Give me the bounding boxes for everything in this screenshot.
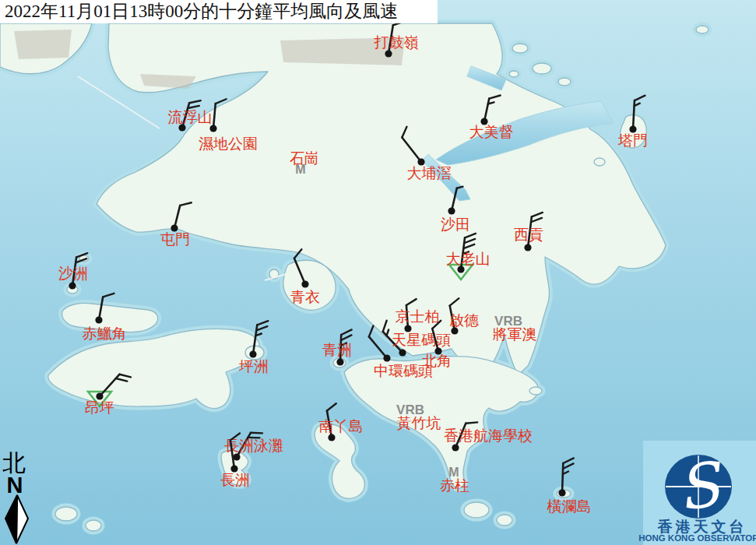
station-dot bbox=[399, 349, 406, 356]
station-dot bbox=[233, 453, 240, 460]
wind-barb-feather bbox=[251, 433, 262, 434]
station-dot bbox=[209, 125, 216, 132]
station-dot bbox=[452, 444, 459, 451]
station-label: 橫瀾島 bbox=[547, 498, 592, 515]
station-label: 屯門 bbox=[160, 230, 190, 248]
station-label: 大老山 bbox=[446, 250, 491, 267]
station-dot bbox=[69, 282, 76, 289]
station-label: 昂坪 bbox=[85, 399, 114, 416]
station-label: 香港航海學校 bbox=[444, 427, 533, 444]
north-letter: N bbox=[7, 473, 23, 498]
station-label: 天星碼頭 bbox=[392, 331, 451, 348]
station-label: 將軍澳 bbox=[493, 325, 537, 343]
station-label: 濕地公園 bbox=[199, 135, 258, 152]
station-label: 塔門 bbox=[617, 132, 648, 149]
hko-logo: S 香港天文台 HONG KONG OBSERVATORY bbox=[638, 441, 756, 545]
station-label: 赤鱲角 bbox=[83, 325, 127, 342]
station-dot bbox=[328, 434, 335, 441]
station-dot bbox=[95, 316, 102, 323]
wind-map-page: 打鼓嶺流浮山濕地公園M石崗大美督塔門大埔滘沙田西貢大老山屯門沙洲青衣赤鱲角坪洲青… bbox=[0, 0, 756, 545]
station-label: 長洲 bbox=[220, 471, 250, 488]
station-dot bbox=[336, 358, 343, 365]
station-label: 大美督 bbox=[469, 123, 514, 140]
station-dot bbox=[383, 354, 390, 361]
map-title: 2022年11月01日13時00分的十分鐘平均風向及風速 bbox=[0, 0, 438, 23]
station-label: 西貢 bbox=[514, 226, 543, 243]
station-dot bbox=[558, 489, 565, 496]
station-label: 沙田 bbox=[441, 216, 470, 233]
station-dot bbox=[457, 265, 464, 272]
station-label: 啟德 bbox=[449, 311, 479, 329]
station-label: 大埔滘 bbox=[407, 164, 452, 181]
station-label: 石崗 bbox=[290, 149, 319, 167]
station-label: 赤柱 bbox=[440, 476, 469, 494]
station-dot bbox=[301, 280, 308, 287]
station-label: 黃竹坑 bbox=[397, 414, 441, 431]
station-label: 南丫島 bbox=[319, 417, 364, 434]
station-label: 青衣 bbox=[290, 288, 320, 305]
wind-barb-feather bbox=[466, 422, 477, 423]
station-dot bbox=[178, 124, 185, 131]
station-label: 北角 bbox=[422, 352, 452, 369]
logo-name-chinese: 香港天文台 bbox=[657, 518, 747, 535]
station-label: 青洲 bbox=[322, 341, 352, 358]
hong-kong-map: 打鼓嶺流浮山濕地公園M石崗大美督塔門大埔滘沙田西貢大老山屯門沙洲青衣赤鱲角坪洲青… bbox=[0, 0, 756, 545]
station-dot bbox=[524, 244, 531, 251]
logo-name-english: HONG KONG OBSERVATORY bbox=[638, 533, 756, 543]
station-dot bbox=[451, 327, 458, 334]
station-label: 流浮山 bbox=[168, 108, 213, 125]
station-dot bbox=[385, 50, 392, 57]
station-label: 京士柏 bbox=[396, 308, 440, 325]
station-dot bbox=[448, 207, 455, 214]
station-label: 沙洲 bbox=[58, 265, 88, 282]
station-label: 打鼓嶺 bbox=[374, 33, 419, 51]
station-label: 坪洲 bbox=[238, 357, 269, 374]
